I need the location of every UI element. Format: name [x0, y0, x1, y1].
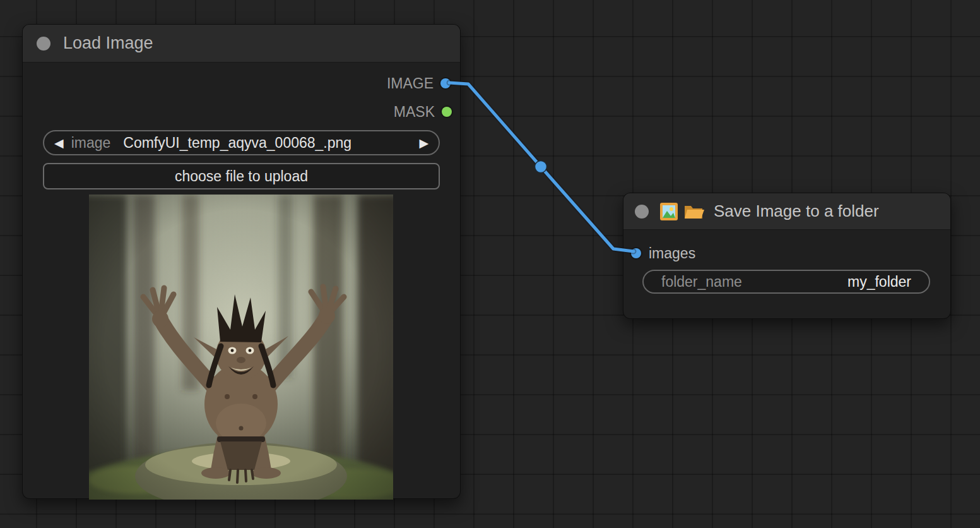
node-title: Save Image to a folder: [714, 201, 879, 221]
combo-next-arrow-icon[interactable]: ▶: [419, 137, 428, 149]
image-preview: [89, 195, 393, 500]
choose-file-button-label: choose file to upload: [175, 168, 308, 185]
combo-label: image: [71, 135, 111, 152]
save-image-titlebar[interactable]: Save Image to a folder: [623, 193, 950, 230]
combo-prev-arrow-icon[interactable]: ◀: [54, 137, 64, 149]
node-save-image-to-folder[interactable]: Save Image to a folder images folder_nam…: [623, 193, 951, 319]
output-slot-mask[interactable]: MASK: [394, 102, 452, 121]
node-editor-canvas[interactable]: Load Image IMAGE MASK ◀ image ComfyUI_te…: [0, 0, 980, 528]
folder-name-label: folder_name: [661, 273, 742, 291]
framed-picture-icon: [659, 202, 678, 221]
folder-name-widget[interactable]: folder_name my_folder: [642, 270, 930, 294]
input-slot-images-label: images: [649, 244, 695, 263]
combo-value: ComfyUI_temp_aqyva_00068_.png: [123, 135, 419, 152]
link-midpoint-dot[interactable]: [535, 161, 547, 173]
image-combo-widget[interactable]: ◀ image ComfyUI_temp_aqyva_00068_.png ▶: [43, 130, 440, 155]
choose-file-button[interactable]: choose file to upload: [43, 163, 440, 189]
input-slot-images[interactable]: images: [631, 244, 695, 263]
load-image-titlebar[interactable]: Load Image: [23, 25, 460, 63]
collapse-dot[interactable]: [37, 37, 50, 51]
node-load-image[interactable]: Load Image IMAGE MASK ◀ image ComfyUI_te…: [22, 24, 461, 499]
open-folder-icon: [683, 203, 705, 220]
output-slot-mask-label: MASK: [394, 102, 435, 121]
output-slot-image[interactable]: IMAGE: [387, 74, 451, 93]
collapse-dot[interactable]: [635, 205, 649, 219]
output-slot-mask-dot[interactable]: [442, 107, 452, 117]
node-title: Load Image: [63, 33, 153, 53]
output-slot-image-label: IMAGE: [387, 74, 434, 93]
folder-name-value: my_folder: [847, 273, 911, 291]
